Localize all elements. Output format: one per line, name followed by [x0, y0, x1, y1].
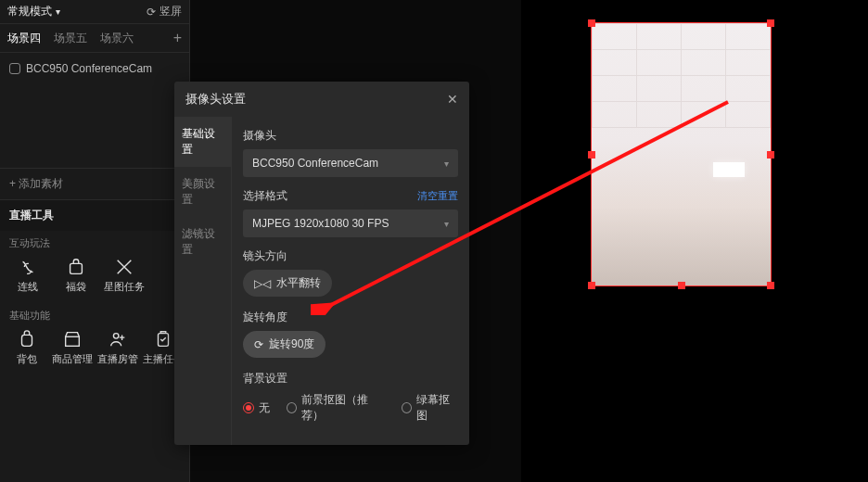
tool-connect[interactable]: 连线 — [6, 258, 50, 294]
flip-icon: ▷◁ — [254, 277, 271, 290]
scene-tab-6[interactable]: 场景六 — [100, 31, 134, 46]
bg-option-none-label: 无 — [259, 400, 270, 416]
resize-handle-tl[interactable] — [588, 19, 595, 27]
tool-backpack-label: 背包 — [17, 352, 37, 366]
tab-beauty[interactable]: 美颜设置 — [174, 167, 231, 217]
rotate-icon: ⟳ — [254, 338, 263, 351]
tab-filter[interactable]: 滤镜设置 — [174, 217, 231, 267]
bg-option-greenscreen-label: 绿幕抠图 — [416, 392, 458, 424]
scene-tabs: 场景四 场景五 场景六 + — [0, 24, 189, 53]
source-camera-row[interactable]: BCC950 ConferenceCam — [0, 53, 189, 84]
user-admin-icon — [108, 330, 128, 349]
tool-luckybag-label: 福袋 — [66, 280, 86, 294]
format-select-value: MJPEG 1920x1080 30 FPS — [252, 217, 389, 230]
resize-handle-br[interactable] — [767, 282, 774, 289]
camera-icon — [9, 63, 20, 74]
tool-moderator-label: 直播房管 — [97, 352, 138, 366]
camera-settings-dialog: 摄像头设置 ✕ 基础设置 美颜设置 滤镜设置 摄像头 BCC950 Confer… — [174, 82, 469, 445]
bg-option-none[interactable]: 无 — [243, 400, 270, 416]
radio-icon — [287, 402, 297, 413]
flip-horizontal-button[interactable]: ▷◁ 水平翻转 — [243, 270, 332, 297]
camera-preview[interactable] — [591, 22, 772, 286]
dialog-content: 摄像头 BCC950 ConferenceCam ▾ 选择格式 清空重置 MJP… — [232, 117, 469, 445]
resize-handle-ml[interactable] — [588, 151, 595, 159]
scene-tab-4[interactable]: 场景四 — [7, 31, 41, 46]
dialog-titlebar: 摄像头设置 ✕ — [174, 82, 469, 117]
ceiling-preview-image — [592, 23, 771, 128]
tool-startask[interactable]: 星图任务 — [102, 258, 147, 294]
screen-orientation-label: 竖屏 — [160, 4, 182, 19]
mode-dropdown[interactable]: 常规模式 ▾ — [7, 4, 60, 19]
radio-icon — [243, 402, 254, 413]
mode-label: 常规模式 — [7, 4, 52, 19]
resize-handle-mb[interactable] — [678, 282, 685, 289]
tool-connect-label: 连线 — [18, 280, 38, 294]
interactive-group-label: 互动玩法 — [0, 231, 189, 252]
format-select[interactable]: MJPEG 1920x1080 30 FPS ▾ — [243, 209, 458, 237]
store-icon — [62, 330, 83, 349]
tool-moderator[interactable]: 直播房管 — [96, 330, 138, 366]
close-icon[interactable]: ✕ — [447, 92, 458, 107]
reset-link[interactable]: 清空重置 — [417, 189, 458, 203]
tab-basic[interactable]: 基础设置 — [174, 117, 231, 167]
tool-backpack[interactable]: 背包 — [6, 330, 47, 366]
scene-tab-5[interactable]: 场景五 — [54, 31, 87, 46]
svg-rect-1 — [21, 335, 32, 346]
screen-orientation-button[interactable]: ⟳ 竖屏 — [147, 4, 182, 19]
svg-point-3 — [113, 334, 119, 339]
radio-icon — [402, 402, 412, 413]
background-radio-group: 无 前景抠图（推荐） 绿幕抠图 — [243, 392, 458, 424]
svg-rect-0 — [70, 263, 83, 273]
source-camera-label: BCC950 ConferenceCam — [26, 62, 152, 75]
tool-products[interactable]: 商品管理 — [51, 330, 93, 366]
tool-products-label: 商品管理 — [52, 352, 93, 366]
link-icon — [18, 258, 38, 276]
rotate-label: 旋转角度 — [243, 310, 458, 325]
live-tools-header: 直播工具 — [0, 200, 189, 231]
left-panel: 常规模式 ▾ ⟳ 竖屏 场景四 场景五 场景六 + BCC950 Confere… — [0, 0, 190, 482]
bag-icon — [66, 258, 86, 276]
camera-select[interactable]: BCC950 ConferenceCam ▾ — [243, 149, 458, 177]
bg-option-greenscreen[interactable]: 绿幕抠图 — [402, 392, 458, 424]
camera-field-label: 摄像头 — [243, 128, 458, 144]
chevron-down-icon: ▾ — [444, 159, 449, 169]
rotate-button-label: 旋转90度 — [269, 336, 314, 352]
rotate-90-button[interactable]: ⟳ 旋转90度 — [243, 331, 326, 358]
camera-select-value: BCC950 ConferenceCam — [252, 157, 378, 170]
chevron-down-icon: ▾ — [56, 6, 60, 17]
svg-rect-2 — [65, 336, 79, 346]
tool-luckybag[interactable]: 福袋 — [54, 258, 98, 294]
resize-handle-tr[interactable] — [767, 19, 774, 27]
chevron-down-icon: ▾ — [444, 219, 449, 229]
bg-option-foreground-label: 前景抠图（推荐） — [301, 392, 385, 424]
basic-group: 背包 商品管理 直播房管 主播任务 — [0, 324, 189, 375]
flip-button-label: 水平翻转 — [276, 275, 321, 291]
rotate-icon: ⟳ — [147, 6, 156, 19]
resize-handle-bl[interactable] — [588, 282, 595, 289]
background-label: 背景设置 — [243, 371, 458, 387]
tool-startask-label: 星图任务 — [104, 280, 145, 294]
backpack-icon — [17, 330, 37, 349]
clipboard-icon — [153, 330, 173, 349]
live-tools-section: 直播工具 互动玩法 连线 福袋 星图任务 基础功能 — [0, 199, 189, 375]
format-field-label: 选择格式 — [243, 188, 287, 204]
add-scene-button[interactable]: + — [173, 30, 182, 46]
add-material-button[interactable]: + 添加素材 — [0, 168, 189, 199]
interactive-group: 连线 福袋 星图任务 — [0, 252, 189, 303]
basic-group-label: 基础功能 — [0, 303, 189, 324]
ceiling-light-image — [713, 162, 745, 177]
star-icon — [114, 258, 134, 276]
resize-handle-mr[interactable] — [767, 151, 774, 159]
bg-option-foreground[interactable]: 前景抠图（推荐） — [287, 392, 385, 424]
direction-label: 镜头方向 — [243, 248, 458, 264]
dialog-title: 摄像头设置 — [185, 91, 246, 108]
dialog-tabs: 基础设置 美颜设置 滤镜设置 — [174, 117, 232, 445]
mode-bar: 常规模式 ▾ ⟳ 竖屏 — [0, 0, 189, 24]
